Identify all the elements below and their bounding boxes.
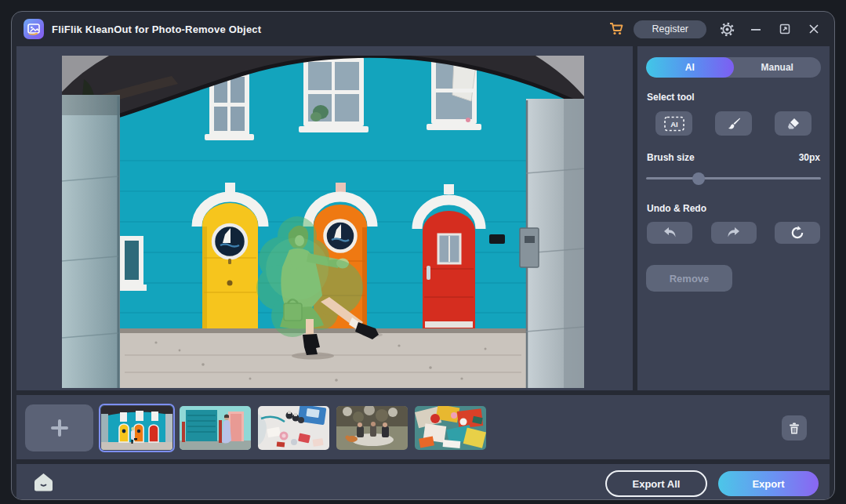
tools-panel: AI Manual Select tool AI [637,46,830,390]
svg-text:AI: AI [670,120,678,129]
thumbnail-strip [16,395,830,459]
thumbnail-doors[interactable] [101,406,172,450]
add-image-button[interactable] [25,404,93,451]
settings-gear-icon[interactable] [718,20,735,38]
mode-switch: AI Manual [646,57,821,78]
app-title: FliFlik KleanOut for Photo-Remove Object [52,24,261,35]
plus-icon [48,416,71,440]
screen: { "titlebar": { "app_title": "FliFlik Kl… [0,0,846,504]
delete-image-button[interactable] [782,415,807,441]
brush-size-slider[interactable] [646,172,821,184]
eraser-tool-button[interactable] [775,111,812,136]
select-tool-label: Select tool [647,92,820,103]
titlebar: FliFlik KleanOut for Photo-Remove Object… [12,12,834,46]
right-pillar [520,99,584,388]
remove-button[interactable]: Remove [646,265,732,292]
red-door [423,211,475,332]
export-button[interactable]: Export [718,471,819,496]
undo-icon [663,227,677,239]
main-image[interactable] [62,56,584,388]
editor-canvas[interactable] [16,46,633,390]
tab-manual[interactable]: Manual [734,57,822,78]
close-icon[interactable] [805,20,822,38]
ai-select-tool-button[interactable]: AI [655,111,692,136]
slider-track[interactable] [646,177,821,179]
thumbnail-picnic[interactable] [336,406,408,450]
ai-select-icon: AI [663,115,685,132]
brush-tool-button[interactable] [715,111,752,136]
export-all-button[interactable]: Export All [605,470,707,497]
undo-redo-label: Undo & Redo [647,203,820,214]
brush-icon [726,116,742,132]
thumbnail-flatlay[interactable] [258,406,329,450]
cart-icon[interactable] [608,20,625,38]
redo-icon [726,227,741,239]
restore-window-icon[interactable] [776,20,793,38]
eraser-icon [786,116,801,132]
undo-button[interactable] [647,222,692,244]
slider-thumb[interactable] [692,172,705,185]
brush-size-value: 30px [799,152,820,163]
brush-size-label: Brush size [647,152,695,163]
home-icon[interactable] [33,472,54,496]
app-logo-icon [24,19,44,39]
trash-icon [788,422,801,435]
register-button[interactable]: Register [634,20,706,38]
thumbnail-garage[interactable] [180,406,251,450]
reset-icon [790,226,804,240]
redo-button[interactable] [711,222,757,244]
yellow-door [202,203,258,332]
app-window: FliFlik KleanOut for Photo-Remove Object… [11,11,835,500]
reset-button[interactable] [775,222,820,244]
thumbnail-collage[interactable] [415,406,486,450]
minimize-icon[interactable] [747,20,764,38]
footer-bar: Export All Export [16,464,830,500]
tab-ai[interactable]: AI [646,57,734,78]
